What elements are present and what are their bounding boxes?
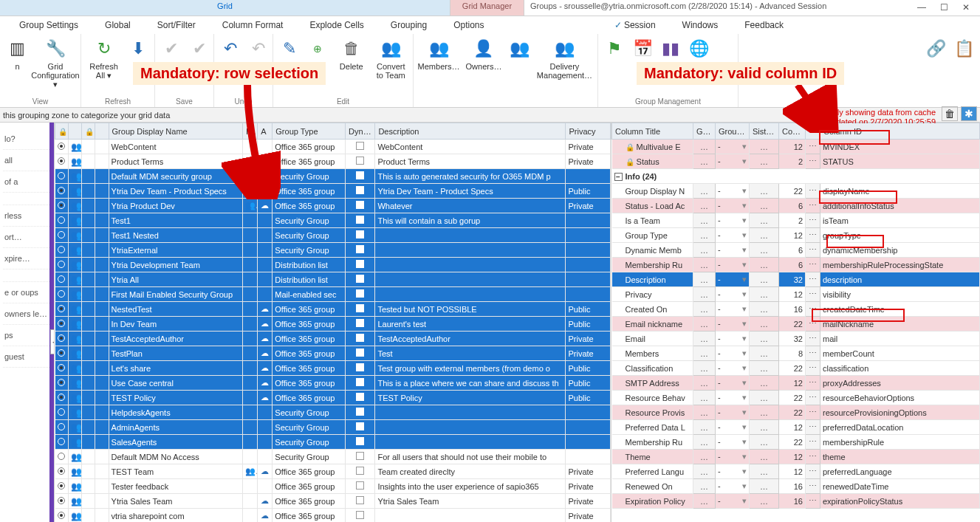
picker-button[interactable]: … xyxy=(693,405,716,420)
table-row[interactable]: 👥AdminAgentsSecurity Group xyxy=(55,420,611,435)
picker-button[interactable]: … xyxy=(693,494,716,509)
chevron-down-icon[interactable]: ▾ xyxy=(742,319,747,329)
picker-button[interactable]: … xyxy=(693,213,716,228)
ribbon-undo-2[interactable]: ↶ xyxy=(247,37,270,62)
main-col-header[interactable]: Dyna… xyxy=(346,123,375,140)
menu-grouping[interactable]: Grouping xyxy=(377,17,440,33)
left-nav-item[interactable]: rless xyxy=(3,205,51,227)
menu-sort-filter[interactable]: Sort/Filter xyxy=(144,17,209,33)
more-button[interactable]: ⋯ xyxy=(806,272,820,287)
table-row[interactable]: 👥Ytria Dev Team - Product Specs☁Office 3… xyxy=(55,184,611,199)
picker-button[interactable]: … xyxy=(693,154,716,169)
picker-button[interactable]: … xyxy=(693,302,716,317)
radio-icon[interactable] xyxy=(58,320,65,327)
ribbon-refresh-all[interactable]: ↻Refresh All ▾ xyxy=(86,37,122,80)
radio-icon[interactable] xyxy=(58,246,65,253)
picker-button[interactable]: … xyxy=(750,391,779,405)
chevron-down-icon[interactable]: ▾ xyxy=(742,452,747,461)
picker-button[interactable]: … xyxy=(750,332,779,346)
main-col-header[interactable]: 🔒 xyxy=(55,123,69,140)
ribbon-save[interactable]: ✔ xyxy=(160,37,183,62)
picker-button[interactable]: … xyxy=(693,272,716,287)
radio-icon[interactable] xyxy=(58,497,65,504)
right-col-header[interactable]: Colu… xyxy=(779,123,806,140)
chevron-down-icon[interactable]: ▾ xyxy=(742,216,747,225)
chevron-down-icon[interactable]: ▾ xyxy=(742,201,747,210)
table-row[interactable]: 👥First Mail Enabled Security GroupMail-e… xyxy=(55,287,611,302)
ribbon-clipboard[interactable]: 📋 xyxy=(952,37,976,62)
more-button[interactable]: ⋯ xyxy=(806,464,820,479)
table-row[interactable]: Membership Ru…- ▾…22⋯membershipRule xyxy=(612,435,980,450)
maximize-button[interactable]: ☐ xyxy=(936,1,952,13)
checkbox[interactable] xyxy=(356,157,364,165)
main-col-header[interactable]: Privacy xyxy=(566,123,611,140)
chevron-down-icon[interactable]: ▾ xyxy=(742,157,747,166)
chevron-down-icon[interactable]: ▾ xyxy=(742,348,747,358)
menu-group-settings[interactable]: Group Settings xyxy=(6,17,92,33)
more-button[interactable]: ⋯ xyxy=(806,243,820,258)
radio-icon[interactable] xyxy=(58,202,65,209)
table-row[interactable]: Is a Team…- ▾…2⋯isTeam xyxy=(612,213,980,228)
picker-button[interactable]: … xyxy=(750,199,779,213)
chevron-down-icon[interactable]: ▾ xyxy=(742,378,747,388)
picker-button[interactable]: … xyxy=(750,317,779,332)
close-button[interactable]: ✕ xyxy=(958,1,974,13)
table-row[interactable]: 👥TestPlan☁Office 365 groupTestPrivate xyxy=(55,346,611,361)
trash-button[interactable]: 🗑 xyxy=(942,106,958,121)
table-row[interactable]: 👥Test1 NestedSecurity Group xyxy=(55,228,611,243)
menu-column-format[interactable]: Column Format xyxy=(209,17,297,33)
menu-windows[interactable]: Windows xyxy=(669,17,732,33)
ribbon-bars[interactable]: ▮▮ xyxy=(659,37,682,62)
ribbon-undo[interactable]: ↶ xyxy=(219,37,242,62)
table-row[interactable]: Preferred Langu…- ▾…12⋯preferredLanguage xyxy=(612,464,980,479)
main-grid[interactable]: 🔒🔒Group Display NameI…AGroup TypeDyna…De… xyxy=(55,123,611,522)
table-row[interactable]: 👥HelpdeskAgentsSecurity Group xyxy=(55,405,611,420)
table-row[interactable]: Classification…- ▾…22⋯classification xyxy=(612,361,980,376)
checkbox[interactable] xyxy=(356,334,364,342)
picker-button[interactable]: … xyxy=(750,494,779,509)
chevron-down-icon[interactable]: ▾ xyxy=(742,496,747,506)
table-row[interactable]: Resource Behav…- ▾…22⋯resourceBehaviorOp… xyxy=(612,391,980,405)
checkbox[interactable] xyxy=(356,481,364,490)
checkbox[interactable] xyxy=(356,216,364,224)
picker-button[interactable]: … xyxy=(750,420,779,435)
radio-icon[interactable] xyxy=(58,187,65,194)
more-button[interactable]: ⋯ xyxy=(806,154,820,169)
more-button[interactable]: ⋯ xyxy=(806,450,820,464)
more-button[interactable]: ⋯ xyxy=(806,494,820,509)
chevron-down-icon[interactable]: ▾ xyxy=(742,481,747,491)
radio-icon[interactable] xyxy=(58,408,65,416)
radio-icon[interactable] xyxy=(58,275,65,283)
table-row[interactable]: 🔒 Status…- ▾…2⋯STATUS xyxy=(612,154,980,169)
table-row[interactable]: Email…- ▾…32⋯mail xyxy=(612,332,980,346)
right-col-header[interactable]: Sister … xyxy=(750,123,779,140)
more-button[interactable]: ⋯ xyxy=(806,140,820,154)
more-button[interactable]: ⋯ xyxy=(806,287,820,302)
left-nav-item[interactable]: ps xyxy=(3,325,51,346)
picker-button[interactable]: … xyxy=(750,243,779,258)
table-row[interactable]: Membership Ru…- ▾…6⋯membershipRuleProces… xyxy=(612,258,980,272)
ribbon-save-selected[interactable]: ✔ xyxy=(188,37,211,62)
radio-icon[interactable] xyxy=(58,512,65,519)
minimize-button[interactable]: — xyxy=(914,1,930,13)
radio-icon[interactable] xyxy=(58,290,65,298)
table-row[interactable]: Created On…- ▾…16⋯createdDateTime xyxy=(612,302,980,317)
chevron-down-icon[interactable]: ▾ xyxy=(742,245,747,255)
picker-button[interactable]: … xyxy=(750,435,779,450)
more-button[interactable]: ⋯ xyxy=(806,332,820,346)
chevron-down-icon[interactable]: ▾ xyxy=(742,393,747,402)
left-nav-item[interactable]: owners lected xyxy=(3,303,51,325)
menu-global[interactable]: Global xyxy=(92,17,144,33)
table-row[interactable]: 👥Ytria AllDistribution list xyxy=(55,272,611,287)
ribbon-owners[interactable]: 👤Owners… xyxy=(464,37,504,71)
main-col-header[interactable]: I… xyxy=(243,123,258,140)
left-nav-item[interactable]: all xyxy=(3,150,51,171)
ribbon-people[interactable]: 👥 xyxy=(508,37,532,62)
grouping-zone[interactable]: this grouping zone to categorize your gr… xyxy=(0,108,980,123)
picker-button[interactable]: … xyxy=(750,287,779,302)
menu-session[interactable]: Session xyxy=(601,17,669,33)
checkbox[interactable] xyxy=(356,245,364,253)
table-row[interactable]: 👥In Dev Team☁Office 365 groupLaurent's t… xyxy=(55,317,611,332)
checkbox[interactable] xyxy=(356,319,364,327)
table-row[interactable]: Preferred Data L…- ▾…12⋯preferredDataLoc… xyxy=(612,420,980,435)
